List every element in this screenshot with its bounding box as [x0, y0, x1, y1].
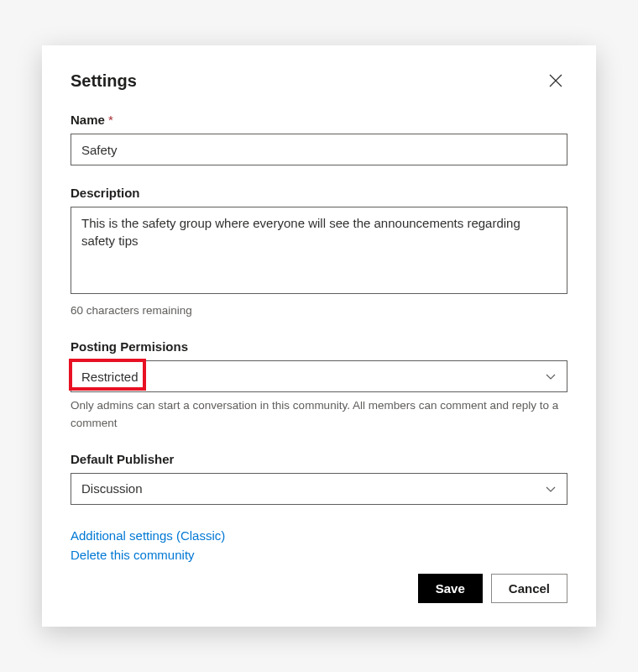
settings-modal: Settings Name * Description 60 character…: [42, 45, 596, 627]
posting-permissions-value: Restricted: [81, 370, 139, 384]
default-publisher-group: Default Publisher Discussion: [71, 452, 567, 505]
name-input[interactable]: [71, 134, 567, 165]
name-field-group: Name *: [71, 113, 567, 165]
cancel-button[interactable]: Cancel: [491, 574, 567, 603]
description-input[interactable]: [71, 207, 567, 294]
name-label: Name *: [71, 113, 567, 127]
posting-permissions-group: Posting Permisions Restricted Only admin…: [71, 339, 567, 432]
default-publisher-label: Default Publisher: [71, 452, 567, 466]
chevron-down-icon: [545, 483, 557, 495]
close-button[interactable]: [544, 69, 567, 92]
required-asterisk: *: [108, 113, 113, 127]
posting-permissions-select[interactable]: Restricted: [71, 360, 567, 392]
description-field-group: Description 60 characters remaining: [71, 186, 567, 319]
chevron-down-icon: [545, 370, 557, 382]
default-publisher-select[interactable]: Discussion: [71, 473, 567, 505]
description-remaining: 60 characters remaining: [71, 302, 567, 319]
additional-settings-link[interactable]: Additional settings (Classic): [71, 528, 567, 543]
posting-permissions-label: Posting Permisions: [71, 339, 567, 354]
button-row: Save Cancel: [71, 574, 567, 603]
delete-community-link[interactable]: Delete this community: [71, 548, 567, 562]
modal-header: Settings: [71, 69, 567, 92]
posting-permissions-helper: Only admins can start a conversation in …: [71, 397, 567, 432]
close-icon: [549, 74, 562, 87]
link-list: Additional settings (Classic) Delete thi…: [71, 528, 567, 562]
description-label: Description: [71, 186, 567, 200]
name-label-text: Name: [71, 113, 105, 127]
modal-title: Settings: [71, 71, 137, 91]
save-button[interactable]: Save: [418, 574, 483, 603]
default-publisher-value: Discussion: [81, 481, 143, 496]
